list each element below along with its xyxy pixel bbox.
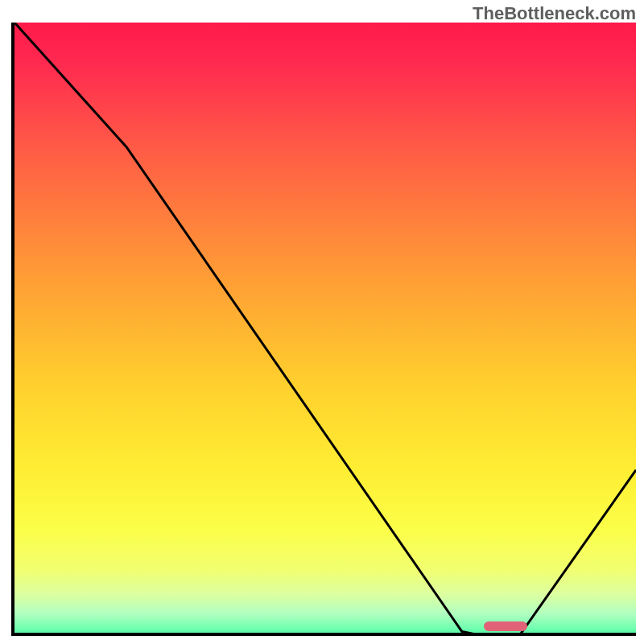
- chart-container: TheBottleneck.com: [0, 0, 644, 644]
- watermark-label: TheBottleneck.com: [473, 3, 636, 24]
- optimal-marker: [484, 621, 527, 631]
- chart-curve: [14, 23, 636, 636]
- plot-area: [11, 23, 636, 636]
